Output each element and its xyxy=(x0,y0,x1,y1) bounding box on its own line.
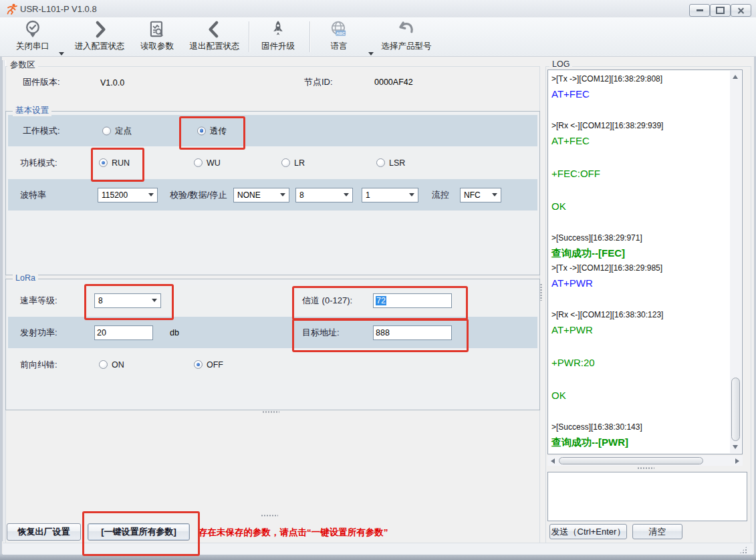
radio-label: LR xyxy=(294,158,305,168)
work-mode-label: 工作模式: xyxy=(23,125,60,137)
clear-button[interactable]: 清空 xyxy=(632,524,682,539)
vertical-splitter-handle[interactable] xyxy=(540,283,542,301)
exit-config-icon xyxy=(205,19,225,40)
svg-text:ABC: ABC xyxy=(336,31,346,35)
tx-power-label: 发射功率: xyxy=(20,327,57,339)
radio-label: 透传 xyxy=(210,125,227,136)
log-line: >[Tx ->][COM12][16:38:29:808] xyxy=(551,72,729,86)
rate-channel-row: 速率等级: 8 信道 (0-127): 72 xyxy=(8,285,537,316)
toolbar-firmware-upgrade-button[interactable]: 固件升级 xyxy=(256,19,300,55)
status-bar xyxy=(3,543,753,555)
chevron-down-icon xyxy=(344,193,349,196)
restore-factory-label: 恢复出厂设置 xyxy=(18,526,70,538)
baud-rate-select[interactable]: 115200 xyxy=(98,188,158,202)
close-button[interactable] xyxy=(731,4,751,17)
log-line: +FEC:OFF xyxy=(551,166,729,182)
radio-icon xyxy=(99,158,108,167)
rate-level-value: 8 xyxy=(98,296,103,305)
parity-value: NONE xyxy=(237,190,261,200)
channel-value-selected: 72 xyxy=(376,296,386,305)
tx-power-input[interactable]: 20 xyxy=(94,325,153,340)
scroll-right-icon[interactable] xyxy=(735,458,739,464)
toolbar-separator xyxy=(249,21,249,52)
apply-all-params-label: [一键设置所有参数] xyxy=(101,526,176,538)
horizontal-splitter-handle[interactable] xyxy=(261,515,278,517)
toolbar-button-label: 选择产品型号 xyxy=(382,41,432,52)
window-border-bottom xyxy=(0,554,756,560)
toolbar-button-label: 读取参数 xyxy=(140,41,174,52)
radio-transparent[interactable]: 透传 xyxy=(197,125,227,136)
tx-power-value: 20 xyxy=(97,328,106,337)
log-panel-title: LOG xyxy=(549,59,572,69)
target-address-input[interactable]: 888 xyxy=(373,325,452,340)
toolbar-button-label: 进入配置状态 xyxy=(75,41,125,52)
log-output[interactable]: >[Tx ->][COM12][16:38:29:808]AT+FEC>[Rx … xyxy=(547,69,743,454)
clear-button-label: 清空 xyxy=(649,526,666,538)
log-vertical-scrollbar[interactable] xyxy=(730,71,741,453)
stop-bits-select[interactable]: 1 xyxy=(362,188,418,202)
scroll-up-icon[interactable] xyxy=(733,75,738,79)
apply-all-params-button[interactable]: [一键设置所有参数] xyxy=(88,523,190,541)
log-line: 查询成功--[FEC] xyxy=(551,245,729,261)
log-line: >[Success][16:38:29:971] xyxy=(551,231,729,245)
node-id-value: 0000AF42 xyxy=(374,78,413,87)
log-horizontal-scrollbar[interactable] xyxy=(547,456,743,466)
parity-select[interactable]: NONE xyxy=(233,188,289,202)
log-line: OK xyxy=(551,198,729,215)
serial-settings-row: 波特率 115200 校验/数据/停止 NONE 8 1 流控 NFC xyxy=(8,179,537,211)
log-blank-line xyxy=(551,291,729,308)
chevron-down-icon xyxy=(280,193,285,196)
log-blank-line xyxy=(551,102,729,119)
work-mode-row: 工作模式: 定点 透传 xyxy=(8,115,537,146)
firmware-version-label: 固件版本: xyxy=(23,76,60,88)
toolbar-exit-config-button[interactable]: 退出配置状态 xyxy=(183,19,246,55)
scrollbar-thumb[interactable] xyxy=(731,378,740,441)
chevron-down-icon xyxy=(492,193,497,196)
channel-input[interactable]: 72 xyxy=(373,293,452,308)
radio-lr[interactable]: LR xyxy=(281,158,305,168)
read-params-icon xyxy=(147,19,167,40)
radio-run[interactable]: RUN xyxy=(99,158,130,168)
radio-lsr[interactable]: LSR xyxy=(376,158,405,168)
data-bits-select[interactable]: 8 xyxy=(295,188,353,202)
scrollbar-thumb[interactable] xyxy=(559,457,703,464)
chevron-down-icon xyxy=(152,299,157,302)
radio-label: ON xyxy=(112,360,124,370)
maximize-button[interactable] xyxy=(710,4,731,17)
log-blank-line xyxy=(551,338,729,355)
close-serial-dropdown-icon[interactable] xyxy=(59,52,64,55)
send-input[interactable] xyxy=(547,472,747,521)
data-bits-value: 8 xyxy=(299,190,304,200)
send-button-label: 发送（Ctrl+Enter） xyxy=(551,526,626,538)
log-splitter-handle[interactable] xyxy=(637,467,654,469)
restore-factory-button[interactable]: 恢复出厂设置 xyxy=(7,523,81,541)
target-address-value: 888 xyxy=(376,328,390,337)
horizontal-splitter-handle[interactable] xyxy=(262,411,279,413)
send-button[interactable]: 发送（Ctrl+Enter） xyxy=(549,524,627,539)
toolbar-select-model-button[interactable]: 选择产品型号 xyxy=(377,19,436,55)
radio-icon xyxy=(194,360,203,369)
scroll-left-icon[interactable] xyxy=(551,458,555,464)
toolbar-separator xyxy=(309,21,310,52)
rate-level-select[interactable]: 8 xyxy=(94,293,161,308)
radio-label: LSR xyxy=(389,158,405,168)
fec-row: 前向纠错: ON OFF xyxy=(8,349,537,380)
toolbar-read-params-button[interactable]: 读取参数 xyxy=(136,19,178,55)
radio-fec-off[interactable]: OFF xyxy=(194,360,223,370)
toolbar-button-label: 退出配置状态 xyxy=(190,41,240,52)
radio-fec-on[interactable]: ON xyxy=(99,360,124,370)
language-dropdown-icon[interactable] xyxy=(368,52,374,55)
radio-fixed-point[interactable]: 定点 xyxy=(102,125,132,136)
tx-power-target-row: 发射功率: 20 db 目标地址: 888 xyxy=(8,317,537,348)
firmware-upgrade-icon xyxy=(268,19,288,40)
scroll-down-icon[interactable] xyxy=(733,445,738,449)
log-line: 查询成功--[PWR] xyxy=(551,434,729,450)
minimize-button[interactable] xyxy=(689,4,710,17)
toolbar-language-button[interactable]: ABC 语言 xyxy=(321,19,357,55)
toolbar-enter-config-button[interactable]: 进入配置状态 xyxy=(71,19,128,55)
flow-control-select[interactable]: NFC xyxy=(460,188,501,202)
radio-wu[interactable]: WU xyxy=(194,158,221,168)
lora-settings-box: 速率等级: 8 信道 (0-127): 72 发射功率: 20 db 目标地址:… xyxy=(5,279,540,410)
window-title: USR-L101-P V1.0.8 xyxy=(20,4,97,14)
toolbar-close-serial-button[interactable]: 关闭串口 xyxy=(9,19,56,55)
